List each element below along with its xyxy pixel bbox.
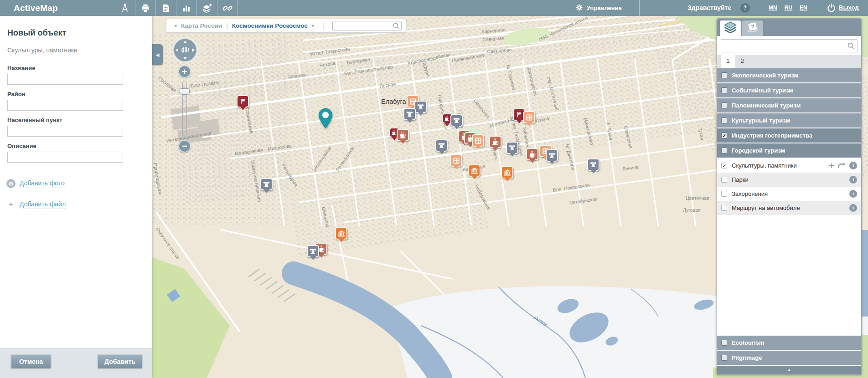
active-map-link[interactable]: Космоснимки Роскосмос [232,22,308,29]
route-arrow-icon[interactable] [837,162,846,170]
layers-page-2[interactable]: 2 [735,55,750,68]
layer-group-label: Pilgrimage [732,354,762,361]
logout-link[interactable]: Выход [839,4,858,11]
power-icon[interactable] [826,3,837,15]
add-layer-icon[interactable] [197,0,217,16]
layer-item-row[interactable]: Захороненияi [717,187,861,201]
checkbox-unchecked[interactable] [721,340,727,346]
map-marker-bank[interactable] [335,227,347,240]
map-marker-cafe[interactable] [397,129,409,141]
map-marker-gallery[interactable] [450,154,462,167]
print-icon[interactable] [135,0,156,16]
map-marker-museum[interactable] [587,158,599,171]
map-marker-gallery[interactable] [523,111,535,123]
tab-layers[interactable] [720,20,741,36]
new-object-pin[interactable] [318,108,333,131]
marker-tip [527,123,532,126]
map-marker-museum[interactable] [435,139,448,152]
panel-collapse-button[interactable]: ▲ [717,366,861,374]
checkbox-unchecked[interactable] [721,191,727,197]
add-object-icon[interactable]: + [829,162,834,169]
chevron-up-icon: ▲ [787,368,791,372]
zoom-slider-handle[interactable] [180,88,190,94]
map-marker-museum[interactable] [414,101,427,113]
tab-legend-help[interactable]: ? [742,20,763,36]
checkbox-unchecked[interactable] [721,87,727,93]
map-marker-gallery[interactable] [472,134,484,147]
legend-icon[interactable] [156,0,176,16]
layers-search-input[interactable] [721,39,858,52]
layer-group-row[interactable]: Событийный туризм [717,83,861,97]
map-marker-museum[interactable] [260,178,273,190]
layer-group-row[interactable]: ✓Индустрия гостеприимства [717,128,861,143]
zoom-slider[interactable] [182,81,187,136]
layer-group-row[interactable]: Культурный туризм [717,113,861,128]
checkbox-unchecked[interactable] [721,102,727,108]
layers-page-1[interactable]: 1 [721,55,735,68]
layer-group-label: Ecotourism [732,339,765,346]
layer-group-row[interactable]: Pilgrimage [717,351,861,365]
field-input-3[interactable] [7,126,123,137]
field-input-2[interactable] [7,100,123,111]
zoom-in-button[interactable]: + [178,65,191,78]
submit-button[interactable]: Добавить [98,354,142,368]
field-input-1[interactable] [7,74,123,85]
measure-icon[interactable] [115,0,135,16]
map-marker-bank[interactable] [468,164,480,177]
info-icon[interactable]: i [849,190,857,198]
layer-item-row[interactable]: Паркиi [717,173,861,187]
checkbox-unchecked[interactable] [721,355,727,361]
map-marker-museum[interactable] [307,245,319,257]
zoom-out-button[interactable]: − [178,140,191,153]
checkbox-checked[interactable]: ✓ [721,163,727,169]
checkbox-unchecked[interactable] [721,148,727,153]
stats-icon[interactable] [176,0,197,16]
layer-group-row[interactable]: Экологический туризм [717,68,861,82]
search-icon[interactable] [847,42,855,51]
layer-group-row[interactable]: Ecotourism [717,336,861,350]
chevron-down-icon[interactable]: ▼ [174,24,178,28]
link-icon[interactable] [217,0,238,16]
map-marker-museum[interactable] [450,114,463,127]
management-label: Управление [587,5,622,11]
checkbox-checked[interactable]: ✓ [721,133,727,138]
base-map-link[interactable]: Карта России [181,22,222,29]
layer-item-row[interactable]: Маршрут на автомобилеi [717,201,861,215]
map-marker-museum[interactable] [403,108,416,120]
lang-en[interactable]: EN [800,5,807,11]
sidebar-collapse-button[interactable]: ◀ [152,44,163,65]
map-marker-cafe[interactable] [526,148,538,160]
layer-item-row[interactable]: ✓Скульптуры, памятники+i [717,158,861,173]
management-button[interactable]: Управление [575,0,622,16]
lang-ru[interactable]: RU [785,5,792,11]
info-icon[interactable]: i [849,162,857,169]
chevron-down-icon[interactable]: ▼ [311,24,315,28]
help-badge[interactable]: ? [740,3,750,13]
map-marker-museum[interactable] [506,142,518,154]
layers-panel-empty-area [717,215,861,336]
checkbox-unchecked[interactable] [721,177,727,183]
map-marker-museum[interactable] [546,149,558,162]
add-photo-link[interactable]: Добавить фото [20,179,65,188]
checkbox-unchecked[interactable] [721,72,727,78]
map-layer-switcher: ▼ Карта России | Космоснимки Роскосмос ▼… [166,19,406,33]
layer-group-row[interactable]: Паломнический туризм [717,98,861,112]
marker-tip [444,123,450,126]
map-marker-flag[interactable] [237,95,249,107]
layer-group-row[interactable]: Городской туризм [717,143,861,158]
map-marker-bank[interactable] [501,166,513,179]
map-marker-cafe[interactable] [489,136,501,148]
info-icon[interactable]: i [849,176,857,184]
checkbox-unchecked[interactable] [721,205,727,211]
map-search-input[interactable] [332,21,402,31]
lang-mn[interactable]: MN [769,5,777,11]
add-file-link[interactable]: Добавить файл [20,200,66,209]
map-pan-control[interactable] [172,37,198,65]
field-input-4[interactable] [7,152,123,163]
marker-tip [475,146,481,149]
cancel-button[interactable]: Отмена [11,354,51,368]
search-icon[interactable] [393,22,400,31]
checkbox-unchecked[interactable] [721,117,727,123]
info-icon[interactable]: i [849,204,857,212]
layer-group-label: Экологический туризм [732,72,798,79]
